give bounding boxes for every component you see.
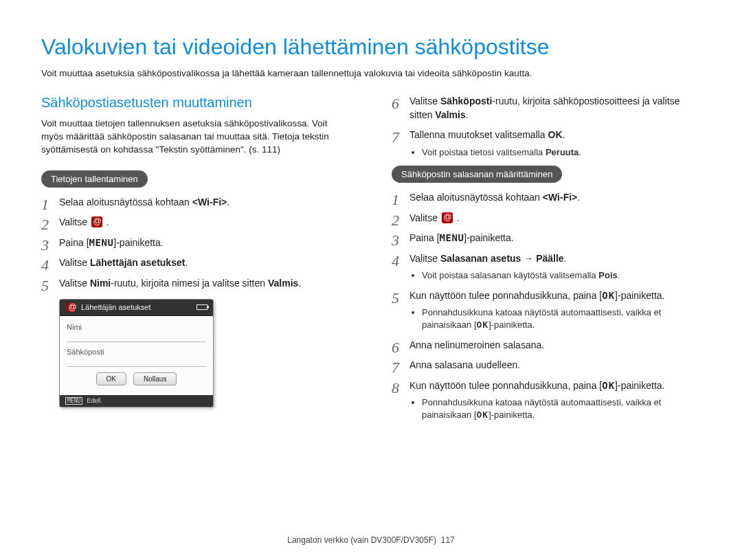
sub-text: ]-painiketta. bbox=[488, 410, 535, 420]
ok-key: OK bbox=[477, 410, 489, 420]
step-text: -ruutu, kirjoita nimesi ja valitse sitte… bbox=[111, 278, 268, 289]
step-bold: Nimi bbox=[90, 278, 111, 289]
step-5: Valitse Nimi-ruutu, kirjoita nimesi ja v… bbox=[41, 277, 350, 291]
steps-list-right-a: Valitse Sähköposti-ruutu, kirjoita sähkö… bbox=[392, 95, 701, 159]
step-2: Valitse . bbox=[392, 212, 701, 225]
step-bold: Sähköposti bbox=[440, 96, 492, 107]
step-text: Valitse bbox=[409, 253, 440, 264]
step-text: Valitse bbox=[409, 96, 440, 107]
step-text: . bbox=[454, 212, 460, 223]
step-text: Paina [ bbox=[59, 237, 89, 248]
device-screenshot: Lähettäjän asetukset Nimi Sähköposti OK … bbox=[59, 299, 214, 407]
sub-item: Ponnahdusikkuna katoaa näytöstä automaat… bbox=[422, 306, 701, 331]
sub-item: Voit poistaa salasanan käytöstä valitsem… bbox=[422, 269, 701, 282]
page-title: Valokuvien tai videoiden lähettäminen sä… bbox=[41, 34, 701, 60]
step-text: . bbox=[185, 257, 188, 268]
step-8: Kun näyttöön tulee ponnahdusikkuna, pain… bbox=[392, 379, 701, 422]
step-text: . bbox=[466, 109, 469, 120]
step-text: Valitse bbox=[59, 257, 90, 268]
step-5: Kun näyttöön tulee ponnahdusikkuna, pain… bbox=[392, 289, 701, 332]
step-text: Selaa aloitusnäytössä kohtaan bbox=[59, 197, 192, 208]
device-field-name: Nimi bbox=[67, 323, 206, 331]
step-1: Selaa aloitusnäytössä kohtaan <Wi-Fi>. bbox=[392, 191, 701, 205]
step-text: Tallenna muutokset valitsemalla bbox=[409, 129, 548, 140]
step-text: Valitse bbox=[59, 216, 90, 227]
left-column: Sähköpostiasetusten muuttaminen Voit muu… bbox=[41, 95, 350, 429]
page-number: 117 bbox=[441, 535, 455, 545]
sub-text: Ponnahdusikkuna katoaa näytöstä automaat… bbox=[422, 307, 661, 330]
footer-text: Langaton verkko (vain DV300F/DV305F) bbox=[287, 535, 436, 545]
device-ok-button: OK bbox=[96, 372, 126, 385]
sub-text: Voit poistaa tietosi valitsemalla bbox=[422, 147, 546, 157]
email-icon bbox=[91, 216, 102, 227]
sub-list: Voit poistaa salasanan käytöstä valitsem… bbox=[422, 269, 701, 282]
device-title: Lähettäjän asetukset bbox=[81, 303, 151, 311]
ok-key: OK bbox=[602, 290, 615, 301]
right-column: Valitse Sähköposti-ruutu, kirjoita sähkö… bbox=[392, 95, 701, 429]
step-text: → bbox=[521, 253, 536, 264]
sub-text: . bbox=[618, 270, 620, 280]
device-body: Nimi Sähköposti OK Nollaus bbox=[60, 316, 213, 395]
email-icon bbox=[67, 303, 76, 312]
device-back-label: Edell. bbox=[87, 397, 102, 404]
step-text: Selaa aloitusnäytössä kohtaan bbox=[409, 192, 543, 203]
device-reset-button: Nollaus bbox=[133, 372, 177, 385]
step-bold: Lähettäjän asetukset bbox=[90, 257, 186, 268]
steps-list-right-b: Selaa aloitusnäytössä kohtaan <Wi-Fi>. V… bbox=[392, 191, 701, 422]
step-6: Valitse Sähköposti-ruutu, kirjoita sähkö… bbox=[392, 95, 701, 122]
step-7: Tallenna muutokset valitsemalla OK. Voit… bbox=[392, 128, 701, 159]
page-footer: Langaton verkko (vain DV300F/DV305F) 117 bbox=[0, 535, 742, 545]
step-text: Kun näyttöön tulee ponnahdusikkuna, pain… bbox=[409, 290, 602, 301]
section-heading: Sähköpostiasetusten muuttaminen bbox=[41, 95, 350, 111]
sub-list: Ponnahdusikkuna katoaa näytöstä automaat… bbox=[422, 396, 701, 421]
step-text: ]-painiketta. bbox=[615, 380, 664, 391]
sub-list: Ponnahdusikkuna katoaa näytöstä automaat… bbox=[422, 306, 701, 331]
pill-saving-info: Tietojen tallentaminen bbox=[41, 170, 148, 188]
step-text: . bbox=[227, 197, 229, 208]
step-3: Paina [MENU]-painiketta. bbox=[41, 236, 350, 250]
menu-icon: MENU bbox=[65, 397, 82, 405]
step-text: ]-painiketta. bbox=[464, 232, 513, 243]
page-intro: Voit muuttaa asetuksia sähköpostivalikos… bbox=[41, 68, 701, 78]
menu-key: MENU bbox=[440, 232, 464, 243]
step-1: Selaa aloitusnäytössä kohtaan <Wi-Fi>. bbox=[41, 196, 350, 210]
step-3: Paina [MENU]-painiketta. bbox=[392, 232, 701, 245]
sub-text: ]-painiketta. bbox=[488, 320, 535, 330]
section-description: Voit muuttaa tietojen tallennuksen asetu… bbox=[41, 117, 350, 157]
sub-list: Voit poistaa tietosi valitsemalla Peruut… bbox=[422, 146, 701, 159]
step-text: Valitse bbox=[59, 278, 90, 289]
sub-item: Voit poistaa tietosi valitsemalla Peruut… bbox=[422, 146, 701, 159]
sub-text: Voit poistaa salasanan käytöstä valitsem… bbox=[422, 270, 598, 280]
step-6: Anna nelinumeroinen salasana. bbox=[392, 339, 701, 352]
step-text: . bbox=[564, 253, 567, 264]
step-bold: <Wi-Fi> bbox=[192, 197, 227, 208]
step-2: Valitse . bbox=[41, 216, 350, 229]
device-input-line bbox=[67, 359, 206, 367]
pill-password: Sähköpostin salasanan määrittäminen bbox=[392, 166, 562, 183]
step-7: Anna salasana uudelleen. bbox=[392, 359, 701, 372]
steps-list-left: Selaa aloitusnäytössä kohtaan <Wi-Fi>. V… bbox=[41, 196, 350, 291]
device-field-email: Sähköposti bbox=[67, 348, 206, 356]
ok-key: OK bbox=[602, 380, 615, 391]
step-text: . bbox=[577, 192, 580, 203]
step-bold: OK bbox=[548, 129, 563, 140]
ok-key: OK bbox=[477, 320, 489, 330]
step-bold: Salasanan asetus bbox=[440, 253, 521, 264]
sub-text: Ponnahdusikkuna katoaa näytöstä automaat… bbox=[422, 397, 661, 420]
step-text: . bbox=[298, 278, 301, 289]
step-bold: Valmis bbox=[268, 278, 298, 289]
step-bold: Päälle bbox=[536, 253, 563, 264]
sub-item: Ponnahdusikkuna katoaa näytöstä automaat… bbox=[422, 396, 701, 421]
device-header: Lähettäjän asetukset bbox=[60, 300, 213, 316]
step-4: Valitse Salasanan asetus → Päälle. Voit … bbox=[392, 252, 701, 282]
step-bold: Valmis bbox=[435, 109, 465, 120]
step-bold: <Wi-Fi> bbox=[543, 192, 577, 203]
step-text: ]-painiketta. bbox=[615, 290, 664, 301]
step-text: ]-painiketta. bbox=[113, 237, 163, 248]
email-icon bbox=[442, 212, 453, 223]
step-text: Valitse bbox=[409, 212, 440, 223]
step-text: Kun näyttöön tulee ponnahdusikkuna, pain… bbox=[409, 380, 602, 391]
step-text: Paina [ bbox=[409, 232, 440, 243]
sub-bold: Peruuta bbox=[546, 147, 578, 157]
sub-bold: Pois bbox=[598, 270, 617, 280]
